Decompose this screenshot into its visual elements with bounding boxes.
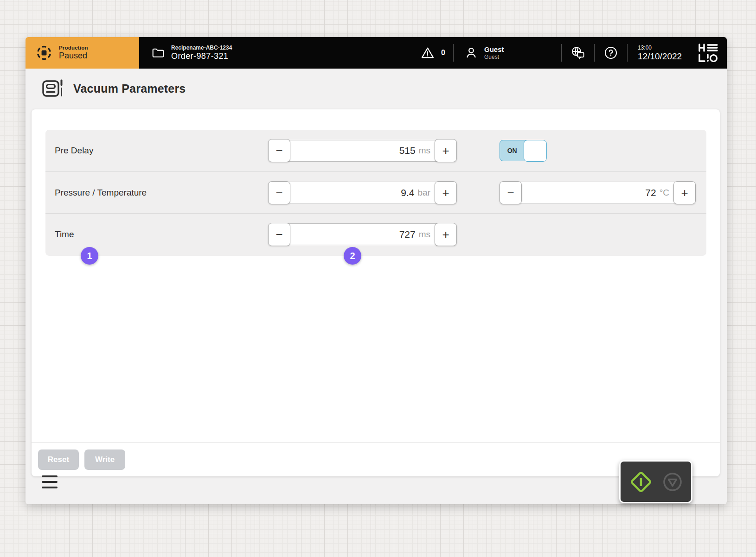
pressure-value: 9.4	[401, 187, 414, 198]
run-control-panel	[619, 460, 692, 503]
menu-hamburger-icon[interactable]	[42, 475, 58, 488]
vacuum-press-icon	[42, 78, 63, 99]
pre-delay-plus-button[interactable]: +	[435, 139, 457, 162]
pre-delay-toggle[interactable]: ON	[500, 140, 546, 161]
pressure-minus-button[interactable]: −	[268, 181, 290, 204]
alarm-count: 0	[441, 49, 445, 57]
page-title: Vacuum Parameters	[73, 82, 186, 95]
time-value: 727	[399, 229, 416, 240]
pressure-temperature-label: Pressure / Temperature	[55, 188, 147, 198]
app-window: Production Paused Recipename-ABC-1234 Or…	[26, 37, 727, 504]
parameters-panel: Pre Delay − 515 ms + ON	[45, 130, 706, 256]
help-cell[interactable]	[595, 45, 627, 60]
row-time: Time − 727 ms +	[45, 213, 706, 255]
start-icon	[628, 469, 654, 495]
temperature-value: 72	[645, 187, 656, 198]
row-pre-delay: Pre Delay − 515 ms + ON	[45, 130, 706, 171]
pressure-unit: bar	[418, 188, 430, 198]
production-paused-icon	[36, 44, 52, 61]
temperature-input[interactable]: 72 °C	[518, 182, 677, 203]
language-cell[interactable]	[562, 45, 594, 60]
time-text: 13:00	[638, 44, 682, 51]
write-button[interactable]: Write	[84, 449, 125, 470]
production-label: Production	[59, 45, 88, 51]
user-cell[interactable]: Guest Guest	[454, 45, 561, 60]
order-number: Order-987-321	[171, 51, 232, 61]
status-bar-black: Recipename-ABC-1234 Order-987-321 0	[139, 37, 727, 69]
user-name: Guest	[484, 45, 504, 53]
time-unit: ms	[419, 229, 430, 240]
temperature-stepper: − 72 °C +	[500, 181, 696, 204]
row-pressure-temperature: Pressure / Temperature − 9.4 bar + − 72	[45, 171, 706, 213]
help-icon	[603, 45, 618, 60]
pre-delay-minus-button[interactable]: −	[268, 139, 290, 162]
clock-cell: 13:00 12/10/2022	[628, 44, 698, 62]
production-status-tile[interactable]: Production Paused	[26, 37, 139, 69]
pre-delay-value: 515	[399, 145, 416, 156]
annotation-badge-2: 2	[344, 247, 361, 265]
pre-delay-unit: ms	[419, 146, 430, 156]
date-text: 12/10/2022	[638, 51, 682, 62]
time-label: Time	[55, 229, 74, 240]
user-role: Guest	[484, 54, 504, 60]
card-footer: Reset Write	[32, 443, 720, 476]
user-icon	[464, 45, 479, 60]
stop-icon	[661, 471, 684, 493]
stop-button[interactable]	[661, 471, 684, 493]
helio-logo	[698, 43, 727, 63]
time-stepper: − 727 ms +	[268, 223, 457, 246]
pressure-input[interactable]: 9.4 bar	[287, 182, 438, 203]
time-plus-button[interactable]: +	[435, 223, 457, 246]
pre-delay-label: Pre Delay	[55, 146, 93, 156]
pressure-stepper: − 9.4 bar +	[268, 181, 457, 204]
alarms-cell[interactable]: 0	[412, 45, 453, 60]
temperature-minus-button[interactable]: −	[500, 181, 522, 204]
recipe-order-cell[interactable]: Recipename-ABC-1234 Order-987-321	[151, 44, 232, 61]
start-button[interactable]	[628, 469, 654, 495]
warning-icon	[420, 45, 435, 60]
production-state: Paused	[59, 51, 88, 61]
page-header: Vacuum Parameters	[42, 78, 186, 99]
parameters-card: Pre Delay − 515 ms + ON	[32, 109, 720, 476]
temperature-unit: °C	[660, 188, 669, 198]
folder-icon	[151, 46, 165, 60]
pressure-plus-button[interactable]: +	[435, 181, 457, 204]
status-bar: Production Paused Recipename-ABC-1234 Or…	[26, 37, 727, 69]
reset-button[interactable]: Reset	[38, 449, 79, 470]
pre-delay-stepper: − 515 ms +	[268, 139, 457, 162]
pre-delay-input[interactable]: 515 ms	[287, 140, 438, 162]
recipe-name: Recipename-ABC-1234	[171, 44, 232, 51]
toggle-knob	[524, 140, 547, 162]
annotation-badge-1: 1	[81, 247, 98, 265]
toggle-on-label: ON	[500, 140, 524, 161]
time-input[interactable]: 727 ms	[287, 223, 438, 245]
temperature-plus-button[interactable]: +	[673, 181, 696, 204]
language-globe-icon	[570, 45, 586, 60]
time-minus-button[interactable]: −	[268, 223, 290, 246]
